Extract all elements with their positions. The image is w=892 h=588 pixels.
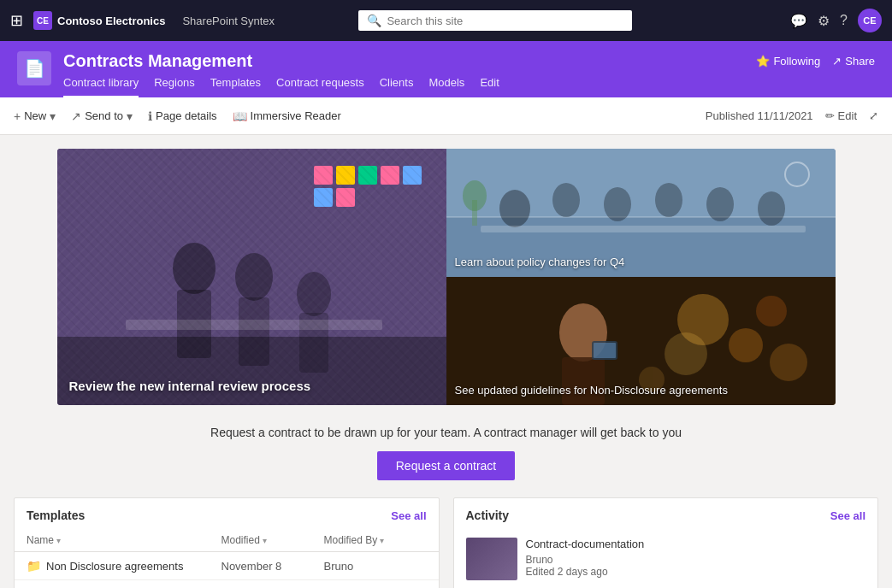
info-icon: ℹ xyxy=(148,109,152,123)
svg-rect-41 xyxy=(594,343,616,358)
svg-rect-15 xyxy=(299,313,328,373)
hero-bottom-right-text: See updated guidelines for Non-Disclosur… xyxy=(455,384,827,397)
templates-header: Templates See all xyxy=(15,498,439,529)
svg-point-30 xyxy=(463,180,487,211)
help-icon[interactable]: ? xyxy=(840,13,848,28)
main-content: Review the new internal review process xyxy=(0,135,892,588)
svg-point-21 xyxy=(499,190,530,227)
request-contract-button[interactable]: Request a contract xyxy=(377,451,516,480)
following-button[interactable]: ⭐ Following xyxy=(756,55,820,68)
search-input[interactable] xyxy=(387,15,623,27)
svg-rect-27 xyxy=(481,226,806,232)
svg-point-34 xyxy=(665,332,707,375)
nav-icons: 💬 ⚙ ? CE xyxy=(790,9,882,32)
col-modified-by[interactable]: Modified By ▾ xyxy=(324,534,427,546)
brand-logo[interactable]: CE Contoso Electronics xyxy=(33,11,165,30)
nav-templates[interactable]: Templates xyxy=(210,76,261,97)
file-name-text: Non Disclosure agreements xyxy=(46,560,183,573)
nav-regions[interactable]: Regions xyxy=(154,76,195,97)
app-name: SharePoint Syntex xyxy=(182,15,275,27)
request-description: Request a contract to be drawn up for yo… xyxy=(14,426,878,439)
svg-rect-6 xyxy=(381,166,399,185)
nav-models[interactable]: Models xyxy=(428,76,464,97)
svg-rect-0 xyxy=(57,149,446,405)
svg-rect-11 xyxy=(177,290,211,358)
sort-icon: ▾ xyxy=(380,536,384,545)
brand-name: Contoso Electronics xyxy=(57,15,165,27)
search-bar[interactable]: 🔍 xyxy=(358,10,632,31)
svg-rect-39 xyxy=(562,357,605,405)
edit-button[interactable]: ✏ Edit xyxy=(825,109,857,122)
page-details-button[interactable]: ℹ Page details xyxy=(148,109,217,123)
pencil-icon: ✏ xyxy=(825,109,835,122)
hero-left-text: Review the new internal review process xyxy=(69,379,434,393)
svg-point-14 xyxy=(297,272,331,316)
templates-table-header: Name ▾ Modified ▾ Modified By ▾ xyxy=(15,529,439,552)
svg-point-22 xyxy=(552,183,580,217)
svg-rect-3 xyxy=(314,166,333,185)
hero-bottom-right-panel[interactable]: See updated guidelines for Non-Disclosur… xyxy=(446,277,836,405)
immersive-reader-button[interactable]: 📖 Immersive Reader xyxy=(233,109,341,123)
activity-panel: Activity See all Contract-documentation … xyxy=(453,497,879,588)
svg-rect-17 xyxy=(57,337,446,405)
chevron-down-icon: ▾ xyxy=(50,109,56,123)
search-icon: 🔍 xyxy=(367,14,381,27)
col-modified[interactable]: Modified ▾ xyxy=(222,534,324,546)
svg-point-35 xyxy=(756,296,787,326)
send-icon: ↗ xyxy=(71,109,81,123)
svg-rect-8 xyxy=(314,188,333,207)
svg-point-10 xyxy=(173,243,216,294)
activity-thumbnail xyxy=(466,538,517,580)
sort-icon: ▾ xyxy=(263,536,267,545)
chevron-down-icon-2: ▾ xyxy=(127,109,133,123)
site-nav: Contract library Regions Templates Contr… xyxy=(63,76,499,97)
svg-point-26 xyxy=(758,191,785,226)
file-name-cell: 📁 Non Disclosure agreements xyxy=(27,559,222,573)
nav-contract-requests[interactable]: Contract requests xyxy=(276,76,364,97)
waffle-icon[interactable]: ⊞ xyxy=(10,11,23,30)
bottom-grid: Templates See all Name ▾ Modified ▾ Modi… xyxy=(0,497,892,588)
hero-grid: Review the new internal review process xyxy=(57,149,836,405)
site-header: 📄 Contracts Management Contract library … xyxy=(0,41,892,97)
hero-section: Review the new internal review process xyxy=(0,135,892,405)
expand-icon[interactable]: ⤢ xyxy=(869,109,878,122)
hero-left-image xyxy=(57,149,446,405)
nav-edit[interactable]: Edit xyxy=(480,76,499,97)
svg-point-12 xyxy=(235,253,273,301)
share-button[interactable]: ↗ Share xyxy=(832,55,875,68)
activity-item[interactable]: Contract-documentation Bruno Edited 2 da… xyxy=(454,529,878,588)
site-header-right: ⭐ Following ↗ Share xyxy=(756,51,875,68)
avatar[interactable]: CE xyxy=(858,9,882,32)
svg-point-36 xyxy=(770,344,807,381)
comment-icon[interactable]: 💬 xyxy=(790,13,807,29)
settings-icon[interactable]: ⚙ xyxy=(818,13,830,29)
svg-rect-7 xyxy=(403,166,422,185)
hero-top-right-panel[interactable]: Learn about policy changes for Q4 xyxy=(446,149,836,277)
nav-clients[interactable]: Clients xyxy=(380,76,414,97)
request-section: Request a contract to be drawn up for yo… xyxy=(0,405,892,497)
toolbar-right: Published 11/11/2021 ✏ Edit ⤢ xyxy=(706,109,878,122)
svg-rect-5 xyxy=(358,166,377,185)
templates-see-all[interactable]: See all xyxy=(391,509,426,522)
activity-header: Activity See all xyxy=(454,498,878,529)
table-row[interactable]: 📁 Non Disclosure agreements November 8 B… xyxy=(15,552,439,580)
hero-left-panel[interactable]: Review the new internal review process xyxy=(57,149,446,405)
hero-top-right-text: Learn about policy changes for Q4 xyxy=(455,256,827,268)
send-to-button[interactable]: ↗ Send to ▾ xyxy=(71,109,133,123)
top-nav-bar: ⊞ CE Contoso Electronics SharePoint Synt… xyxy=(0,0,892,41)
col-name[interactable]: Name ▾ xyxy=(27,534,222,546)
site-header-left: 📄 Contracts Management Contract library … xyxy=(17,51,499,97)
activity-info: Contract-documentation Bruno Edited 2 da… xyxy=(526,538,866,580)
file-icon: 📁 xyxy=(27,559,41,573)
svg-rect-13 xyxy=(239,297,269,366)
book-icon: 📖 xyxy=(233,109,247,123)
sort-icon: ▾ xyxy=(56,536,61,545)
activity-see-all[interactable]: See all xyxy=(830,509,865,522)
plus-icon: + xyxy=(14,109,21,123)
activity-title: Activity xyxy=(466,509,510,522)
new-button[interactable]: + New ▾ xyxy=(14,109,56,123)
nav-contract-library[interactable]: Contract library xyxy=(63,76,139,97)
toolbar-left: + New ▾ ↗ Send to ▾ ℹ Page details 📖 Imm… xyxy=(14,109,341,123)
svg-point-24 xyxy=(655,183,682,217)
activity-doc-title: Contract-documentation xyxy=(526,538,866,550)
